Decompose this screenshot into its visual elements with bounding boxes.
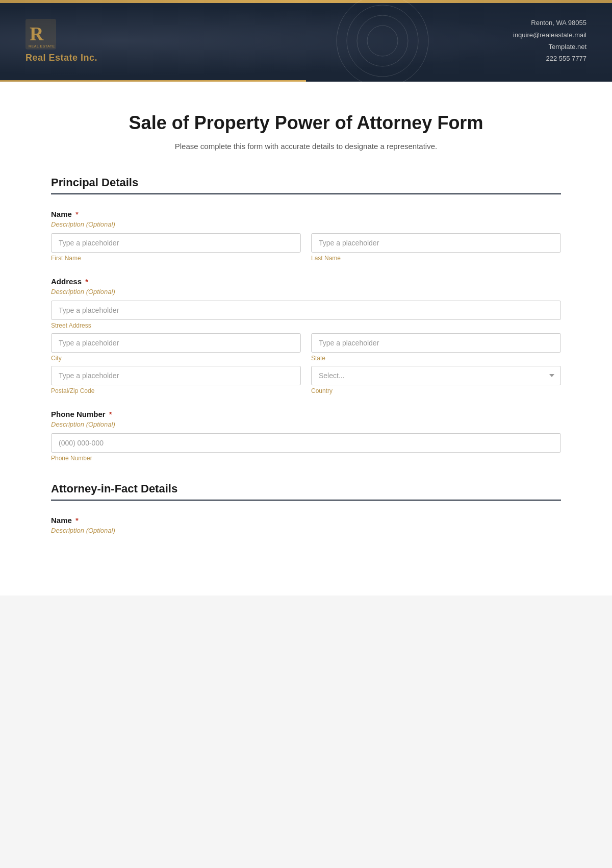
name-field-group: Name * Description (Optional) First Name… — [51, 210, 561, 262]
zip-col: Postal/Zip Code — [51, 366, 301, 394]
country-select[interactable]: Select... United States Canada United Ki… — [311, 366, 561, 385]
city-state-row: City State — [51, 333, 561, 362]
phone-sublabel: Phone Number — [51, 455, 561, 462]
street-address-input[interactable] — [51, 301, 561, 320]
zip-input[interactable] — [51, 366, 301, 385]
phone-description: Description (Optional) — [51, 420, 561, 428]
first-name-col: First Name — [51, 233, 301, 262]
last-name-col: Last Name — [311, 233, 561, 262]
name-description: Description (Optional) — [51, 220, 561, 228]
attorney-details-title: Attorney-in-Fact Details — [51, 482, 561, 501]
zip-country-row: Postal/Zip Code Select... United States … — [51, 366, 561, 394]
page-header: R REAL ESTATE INC. Real Estate Inc. Rent… — [0, 0, 612, 82]
first-name-input[interactable] — [51, 233, 301, 253]
address-field-group: Address * Description (Optional) Street … — [51, 277, 561, 394]
svg-text:REAL ESTATE INC.: REAL ESTATE INC. — [29, 44, 56, 48]
svg-point-0 — [337, 0, 428, 82]
contact-website: Template.net — [513, 41, 586, 53]
svg-point-3 — [367, 26, 398, 56]
zip-sublabel: Postal/Zip Code — [51, 387, 301, 394]
contact-phone: 222 555 7777 — [513, 53, 586, 64]
name-input-row: First Name Last Name — [51, 233, 561, 262]
contact-email: inquire@realeastate.mail — [513, 29, 586, 41]
attorney-name-description: Description (Optional) — [51, 527, 561, 534]
company-logo-icon: R REAL ESTATE INC. — [26, 19, 56, 49]
attorney-name-required-marker: * — [75, 516, 79, 525]
street-address-row: Street Address — [51, 301, 561, 329]
principal-details-section: Principal Details Name * Description (Op… — [51, 176, 561, 462]
attorney-details-section: Attorney-in-Fact Details Name * Descript… — [51, 482, 561, 534]
name-label: Name * — [51, 210, 561, 218]
street-address-sublabel: Street Address — [51, 322, 561, 329]
phone-input[interactable] — [51, 433, 561, 453]
street-address-col: Street Address — [51, 301, 561, 329]
contact-address: Renton, WA 98055 — [513, 17, 586, 29]
phone-input-row: Phone Number — [51, 433, 561, 462]
city-input[interactable] — [51, 333, 301, 353]
attorney-name-field-group: Name * Description (Optional) — [51, 516, 561, 534]
header-decoration — [332, 0, 434, 82]
state-input[interactable] — [311, 333, 561, 353]
city-sublabel: City — [51, 355, 301, 362]
country-col: Select... United States Canada United Ki… — [311, 366, 561, 394]
address-description: Description (Optional) — [51, 288, 561, 295]
address-required-marker: * — [85, 277, 88, 286]
state-sublabel: State — [311, 355, 561, 362]
last-name-input[interactable] — [311, 233, 561, 253]
page-title: Sale of Property Power of Attorney Form — [51, 112, 561, 134]
phone-required-marker: * — [109, 410, 112, 418]
phone-col: Phone Number — [51, 433, 561, 462]
svg-point-2 — [357, 15, 408, 66]
state-col: State — [311, 333, 561, 362]
last-name-sublabel: Last Name — [311, 255, 561, 262]
name-required-marker: * — [75, 210, 79, 218]
first-name-sublabel: First Name — [51, 255, 301, 262]
phone-field-group: Phone Number * Description (Optional) Ph… — [51, 410, 561, 462]
address-label: Address * — [51, 277, 561, 286]
principal-details-title: Principal Details — [51, 176, 561, 194]
country-sublabel: Country — [311, 387, 561, 394]
svg-point-1 — [347, 5, 418, 77]
city-col: City — [51, 333, 301, 362]
attorney-name-label: Name * — [51, 516, 561, 525]
page-subtitle: Please complete this form with accurate … — [51, 142, 561, 151]
header-accent-bottom — [0, 80, 306, 82]
logo-area: R REAL ESTATE INC. Real Estate Inc. — [26, 19, 97, 63]
contact-info: Renton, WA 98055 inquire@realeastate.mai… — [513, 17, 586, 65]
phone-label: Phone Number * — [51, 410, 561, 418]
company-name: Real Estate Inc. — [26, 53, 97, 63]
svg-text:R: R — [30, 23, 44, 44]
main-content: Sale of Property Power of Attorney Form … — [0, 82, 612, 596]
header-accent-top — [0, 0, 612, 3]
